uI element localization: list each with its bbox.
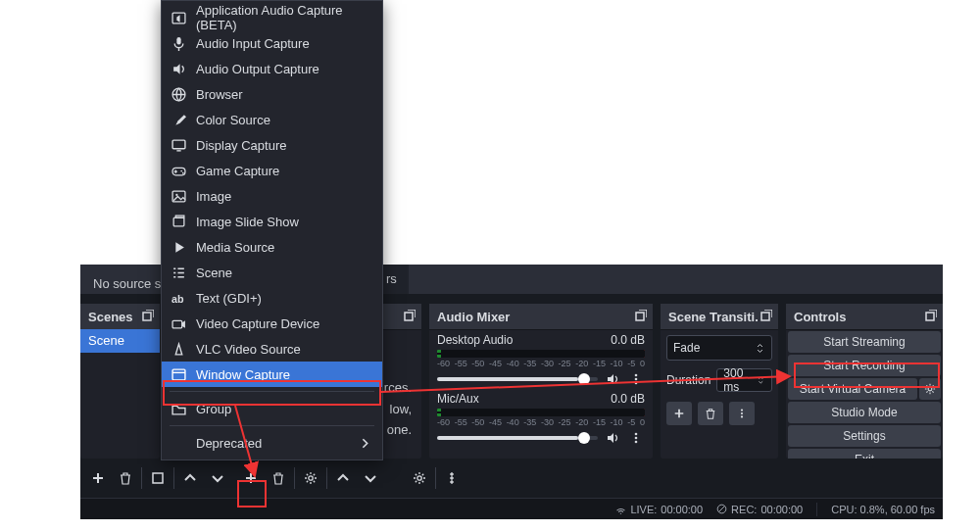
dock-header-transitions: Scene Transiti... — [661, 304, 778, 330]
menu-item-group[interactable]: Group — [162, 396, 382, 421]
channel-menu[interactable] — [627, 370, 645, 388]
dock-header-controls: Controls — [786, 304, 943, 330]
start-virtual-camera-button[interactable]: Start Virtual Camera — [788, 378, 917, 400]
status-rec: REC:00:00:00 — [716, 504, 803, 515]
dock-transitions: Scene Transiti... Fade Duration 300 ms — [661, 304, 778, 459]
dock-header-scenes: Scenes — [80, 304, 160, 330]
scene-item[interactable]: Scene — [80, 329, 160, 353]
channel-db: 0.0 dB — [611, 333, 645, 347]
undock-icon[interactable] — [140, 310, 154, 323]
menu-item-window-capture[interactable]: Window Capture — [162, 362, 382, 387]
undock-icon[interactable] — [402, 310, 416, 323]
start-streaming-button[interactable]: Start Streaming — [788, 331, 941, 353]
level-meter — [437, 350, 645, 358]
submenu-arrow-icon — [358, 436, 372, 451]
menu-item-media-source[interactable]: Media Source — [162, 234, 382, 260]
studio-mode-button[interactable]: Studio Mode — [788, 402, 941, 423]
dock-controls: Controls Start Streaming Start Recording… — [786, 304, 943, 459]
source-toolbar — [237, 463, 384, 493]
menu-item-color-source[interactable]: Color Source — [162, 107, 382, 132]
menu-item-audio-output[interactable]: Audio Output Capture — [162, 56, 382, 81]
transition-select[interactable]: Fade — [666, 335, 772, 361]
volume-slider[interactable] — [437, 436, 598, 440]
source-properties-button[interactable] — [297, 463, 324, 493]
menu-item-audio-input[interactable]: Audio Input Capture — [162, 30, 382, 56]
no-source-hint: No source sel — [93, 276, 171, 291]
virtual-camera-settings-button[interactable] — [919, 378, 941, 400]
channel-db: 0.0 dB — [611, 392, 645, 406]
add-transition-button[interactable] — [666, 402, 692, 425]
dock-header-mixer: Audio Mixer — [429, 304, 653, 330]
settings-button[interactable]: Settings — [788, 425, 941, 447]
menu-separator — [170, 425, 374, 426]
move-scene-up-button[interactable] — [176, 463, 204, 493]
move-source-down-button[interactable] — [357, 463, 384, 493]
mixer-toolbar — [406, 463, 466, 493]
menu-item-browser[interactable]: Browser — [162, 81, 382, 107]
menu-separator — [170, 391, 374, 392]
scene-filter-button[interactable] — [144, 463, 172, 493]
level-meter — [437, 409, 645, 416]
transition-properties-button[interactable] — [729, 402, 755, 425]
menu-item-image[interactable]: Image — [162, 183, 382, 209]
mute-button[interactable] — [604, 429, 621, 447]
menu-item-scene[interactable]: Scene — [162, 260, 382, 285]
move-source-up-button[interactable] — [329, 463, 357, 493]
volume-slider[interactable] — [437, 377, 598, 381]
duration-spinner[interactable]: 300 ms — [716, 368, 772, 392]
status-live: LIVE:00:00:00 — [615, 504, 703, 515]
dock-title: Audio Mixer — [437, 310, 510, 324]
menu-item-display-capture[interactable]: Display Capture — [162, 132, 382, 158]
add-source-button[interactable] — [237, 463, 265, 493]
menu-item-game-capture[interactable]: Game Capture — [162, 158, 382, 183]
channel-name: Mic/Aux — [437, 392, 479, 406]
menu-item-video-capture[interactable]: Video Capture Device — [162, 311, 382, 336]
dock-title: Controls — [794, 310, 846, 324]
add-scene-button[interactable] — [84, 463, 112, 493]
bottom-toolbar — [80, 459, 943, 498]
dock-audio-mixer: Audio Mixer Desktop Audio0.0 dB -60-55-5… — [429, 304, 653, 459]
mixer-channel-mic: Mic/Aux0.0 dB -60-55-50-45-40-35-30-25-2… — [429, 388, 653, 447]
dock-scenes: Scenes Scene — [80, 304, 160, 459]
mixer-channel-desktop: Desktop Audio0.0 dB -60-55-50-45-40-35-3… — [429, 329, 653, 388]
menu-item-vlc-source[interactable]: VLC Video Source — [162, 336, 382, 362]
start-recording-button[interactable]: Start Recording — [788, 355, 941, 376]
menu-item-app-audio[interactable]: Application Audio Capture (BETA) — [162, 5, 382, 30]
dock-title: Scene Transiti... — [668, 310, 759, 324]
mixer-menu-button[interactable] — [438, 463, 466, 493]
db-ticks: -60-55-50-45-40-35-30-25-20-15-10-50 — [437, 359, 645, 368]
move-scene-down-button[interactable] — [204, 463, 231, 493]
channel-name: Desktop Audio — [437, 333, 513, 347]
advanced-audio-button[interactable] — [406, 463, 433, 493]
scene-toolbar — [84, 463, 231, 493]
remove-scene-button[interactable] — [112, 463, 139, 493]
undock-icon[interactable] — [759, 310, 772, 323]
menu-item-image-slide-show[interactable]: Image Slide Show — [162, 209, 382, 234]
mute-button[interactable] — [604, 370, 621, 388]
channel-menu[interactable] — [627, 429, 645, 447]
status-bar: LIVE:00:00:00 REC:00:00:00 CPU: 0.8%, 60… — [80, 498, 943, 519]
menu-item-text-gdi[interactable]: Text (GDI+) — [162, 285, 382, 311]
undock-icon[interactable] — [923, 310, 937, 323]
remove-source-button[interactable] — [265, 463, 292, 493]
add-source-menu: Application Audio Capture (BETA) Audio I… — [161, 0, 383, 460]
remove-transition-button[interactable] — [698, 402, 723, 425]
undock-icon[interactable] — [633, 310, 647, 323]
menu-item-deprecated[interactable]: Deprecated — [162, 430, 382, 456]
db-ticks: -60-55-50-45-40-35-30-25-20-15-10-50 — [437, 417, 645, 427]
status-cpu: CPU: 0.8%, 60.00 fps — [831, 504, 935, 515]
duration-label: Duration — [666, 373, 710, 387]
dock-title: Scenes — [88, 310, 133, 324]
